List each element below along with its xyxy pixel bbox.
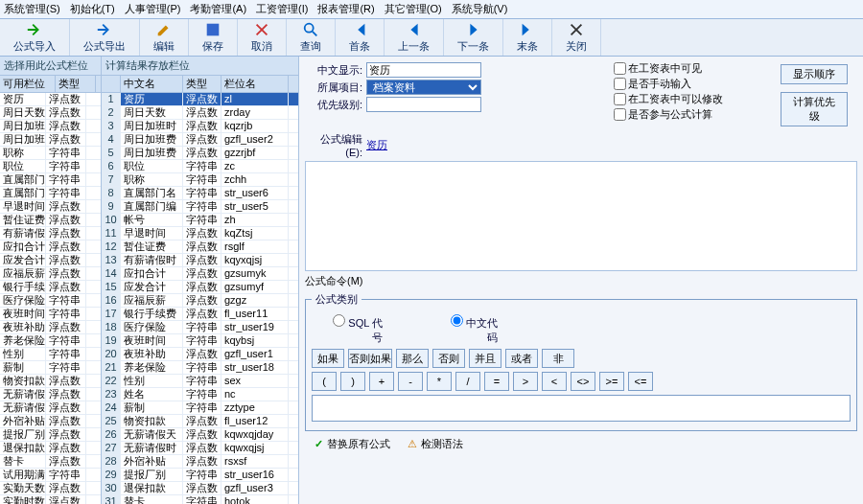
mid-row[interactable]: 14应扣合计浮点数gzsumyk [102, 267, 298, 281]
op-btn[interactable]: > [513, 372, 538, 391]
left-row[interactable]: 周日加班时浮点数 [0, 120, 101, 133]
radio-sql[interactable]: SQL 代号 [325, 314, 383, 345]
op-btn[interactable]: <= [628, 372, 653, 391]
left-row[interactable]: 应福辰薪浮点数 [0, 267, 101, 281]
radio-cn[interactable]: 中文代码 [440, 314, 498, 345]
op-非[interactable]: 非 [542, 349, 574, 368]
toolbar-search[interactable]: 查询 [287, 19, 336, 56]
op-并且[interactable]: 并且 [469, 349, 501, 368]
mid-row[interactable]: 15应发合计浮点数gzsumyf [102, 281, 298, 294]
op-btn[interactable]: ( [312, 372, 337, 391]
toolbar-save[interactable]: 保存 [189, 19, 238, 56]
mid-row[interactable]: 26无薪请假天浮点数kqwxqjday [102, 428, 298, 442]
toolbar-prev[interactable]: 上一条 [385, 19, 444, 56]
left-row[interactable]: 直属部门名称字符串 [0, 173, 101, 187]
show-order-button[interactable]: 显示顺序 [781, 64, 848, 84]
toolbar-first[interactable]: 首条 [336, 19, 385, 56]
left-row[interactable]: 直属部门编号字符串 [0, 187, 101, 200]
toolbar-cancel[interactable]: 取消 [238, 19, 287, 56]
mid-row[interactable]: 20夜班补助浮点数gzfl_user1 [102, 348, 298, 361]
mid-row[interactable]: 28外宿补贴浮点数rsxsf [102, 455, 298, 469]
toolbar-next[interactable]: 下一条 [444, 19, 503, 56]
toolbar-arrow-right-green[interactable]: 公式导入 [0, 19, 70, 56]
left-row[interactable]: 周日加班费浮点数 [0, 133, 101, 147]
left-row[interactable]: 无薪请假天浮点数 [0, 388, 101, 401]
op-btn[interactable]: <> [571, 372, 595, 391]
cn-input[interactable] [366, 62, 481, 78]
priority-input[interactable] [366, 97, 481, 112]
mid-row[interactable]: 22性别字符串sex [102, 375, 298, 388]
left-row[interactable]: 夜班补助浮点数 [0, 321, 101, 334]
mid-row[interactable]: 29提报厂别字符串str_user16 [102, 469, 298, 482]
menu-item[interactable]: 报表管理(R) [317, 2, 374, 16]
left-row[interactable]: 替卡浮点数 [0, 455, 101, 469]
op-btn[interactable]: * [427, 372, 452, 391]
toolbar-edit[interactable]: 编辑 [140, 19, 189, 56]
left-row[interactable]: 周日天数浮点数 [0, 106, 101, 120]
mid-row[interactable]: 2周日天数浮点数zrday [102, 106, 298, 120]
op-否则如果[interactable]: 否则如果 [348, 349, 392, 368]
op-btn[interactable]: + [369, 372, 394, 391]
left-row[interactable]: 养老保险字符串 [0, 334, 101, 348]
left-row[interactable]: 应发合计浮点数 [0, 254, 101, 267]
left-row[interactable]: 资历浮点数 [0, 93, 101, 106]
mid-row[interactable]: 3周日加班时浮点数kqzrjb [102, 120, 298, 133]
op-btn[interactable]: ) [340, 372, 365, 391]
mid-row[interactable]: 24薪制字符串zztype [102, 401, 298, 415]
mid-row[interactable]: 16应福辰薪浮点数gzgz [102, 294, 298, 308]
mid-row[interactable]: 5周日加班费浮点数gzzrjbf [102, 147, 298, 160]
mid-row[interactable]: 10帐号字符串zh [102, 214, 298, 227]
toolbar-arrow-right-blue[interactable]: 公式导出 [70, 19, 140, 56]
left-row[interactable]: 夜班时间字符串 [0, 308, 101, 321]
op-如果[interactable]: 如果 [312, 349, 344, 368]
check-0[interactable]: 在工资表中可见 [614, 61, 781, 76]
left-row[interactable]: 暂住证费浮点数 [0, 214, 101, 227]
left-row[interactable]: 有薪请假时浮点数 [0, 227, 101, 241]
mid-row[interactable]: 27无薪请假时浮点数kqwxqjsj [102, 442, 298, 455]
left-row[interactable]: 职称字符串 [0, 147, 101, 160]
replace-formula-button[interactable]: 替换原有公式 [315, 437, 390, 451]
op-或者[interactable]: 或者 [505, 349, 538, 368]
left-grid[interactable]: 资历浮点数周日天数浮点数周日加班时浮点数周日加班费浮点数职称字符串职位字符串直属… [0, 93, 101, 504]
mid-row[interactable]: 25物资扣款浮点数fl_user12 [102, 415, 298, 428]
toolbar-last[interactable]: 末条 [503, 19, 552, 56]
check-syntax-button[interactable]: 检测语法 [408, 437, 463, 451]
mid-row[interactable]: 9直属部门编字符串str_user5 [102, 200, 298, 214]
menu-item[interactable]: 初始化(T) [70, 2, 115, 16]
left-row[interactable]: 应扣合计浮点数 [0, 241, 101, 254]
calc-priority-button[interactable]: 计算优先级 [781, 92, 848, 126]
mid-row[interactable]: 19夜班时间字符串kqybsj [102, 334, 298, 348]
op-否则[interactable]: 否则 [432, 349, 465, 368]
check-2[interactable]: 在工资表中可以修改 [614, 92, 781, 106]
left-row[interactable]: 性别字符串 [0, 348, 101, 361]
op-btn[interactable]: = [484, 372, 509, 391]
mid-row[interactable]: 31替卡字符串hotok [102, 495, 298, 504]
op-btn[interactable]: - [398, 372, 423, 391]
menu-item[interactable]: 系统导航(V) [452, 2, 508, 16]
left-row[interactable]: 无薪请假时浮点数 [0, 401, 101, 415]
left-row[interactable]: 实勤时数浮点数 [0, 495, 101, 504]
left-row[interactable]: 物资扣款浮点数 [0, 375, 101, 388]
mid-row[interactable]: 6职位字符串zc [102, 160, 298, 173]
mid-row[interactable]: 21养老保险字符串str_user18 [102, 361, 298, 375]
menu-item[interactable]: 其它管理(O) [385, 2, 442, 16]
mid-row[interactable]: 8直属部门名字符串str_user6 [102, 187, 298, 200]
mid-row[interactable]: 7职称字符串zchh [102, 173, 298, 187]
mid-row[interactable]: 4周日加班费浮点数gzfl_user2 [102, 133, 298, 147]
mid-row[interactable]: 23姓名字符串nc [102, 388, 298, 401]
left-row[interactable]: 医疗保险字符串 [0, 294, 101, 308]
left-row[interactable]: 实勤天数浮点数 [0, 482, 101, 495]
toolbar-close[interactable]: 关闭 [552, 19, 601, 56]
menu-item[interactable]: 工资管理(I) [256, 2, 308, 16]
edit-link[interactable]: 资历 [366, 138, 387, 152]
mid-row[interactable]: 11早退时间浮点数kqZtsj [102, 227, 298, 241]
mid-row[interactable]: 17银行手续费浮点数fl_user11 [102, 308, 298, 321]
formula-edit-box[interactable] [305, 161, 857, 271]
mid-row[interactable]: 12暂住证费浮点数rsglf [102, 241, 298, 254]
op-btn[interactable]: >= [599, 372, 624, 391]
left-row[interactable]: 提报厂别浮点数 [0, 428, 101, 442]
menu-item[interactable]: 人事管理(P) [125, 2, 181, 16]
mid-row[interactable]: 18医疗保险字符串str_user19 [102, 321, 298, 334]
left-row[interactable]: 职位字符串 [0, 160, 101, 173]
menu-item[interactable]: 系统管理(S) [4, 2, 60, 16]
